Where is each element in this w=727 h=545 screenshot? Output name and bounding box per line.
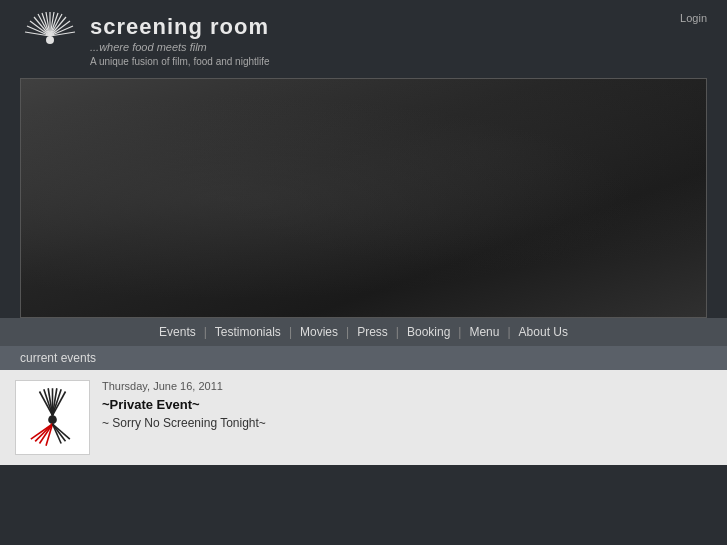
event-date: Thursday, June 16, 2011 [102, 380, 712, 392]
logo-area: screening room ...where food meets film … [20, 10, 270, 70]
events-area: Thursday, June 16, 2011 ~Private Event~ … [0, 370, 727, 465]
nav-press[interactable]: Press [349, 325, 396, 339]
event-details: Thursday, June 16, 2011 ~Private Event~ … [102, 380, 712, 455]
nav-movies[interactable]: Movies [292, 325, 346, 339]
site-tagline: ...where food meets film [90, 41, 270, 53]
svg-point-0 [46, 36, 54, 44]
current-events-header: current events [0, 346, 727, 370]
logo-text: screening room ...where food meets film … [90, 10, 270, 67]
nav-booking[interactable]: Booking [399, 325, 458, 339]
nav-testimonials[interactable]: Testimonials [207, 325, 289, 339]
header: screening room ...where food meets film … [0, 0, 727, 78]
nav-bar: Events | Testimonials | Movies | Press |… [0, 318, 727, 346]
event-name: ~Private Event~ [102, 397, 712, 412]
site-subtitle: A unique fusion of film, food and nightl… [90, 56, 270, 67]
nav-events[interactable]: Events [151, 325, 204, 339]
nav-menu[interactable]: Menu [461, 325, 507, 339]
logo-icon [20, 10, 80, 70]
login-link[interactable]: Login [680, 10, 707, 24]
current-events-label: current events [20, 351, 96, 365]
nav-about[interactable]: About Us [511, 325, 576, 339]
event-logo [15, 380, 90, 455]
hero-image [20, 78, 707, 318]
svg-point-16 [48, 415, 57, 424]
site-title: screening room [90, 14, 270, 40]
svg-line-26 [40, 424, 53, 444]
hero-fabric [21, 79, 706, 317]
event-note: ~ Sorry No Screening Tonight~ [102, 416, 712, 430]
